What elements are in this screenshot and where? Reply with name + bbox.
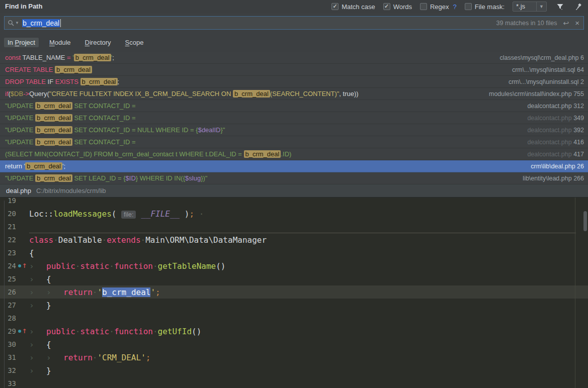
result-row[interactable]: CREATE TABLE b_crm_dealcrm\...\mysql\ins… <box>0 64 588 76</box>
result-snippet: if($DB->Query("CREATE FULLTEXT INDEX IX_… <box>5 90 483 98</box>
line-number: 20 <box>0 210 16 218</box>
result-row[interactable]: "UPDATE b_crm_deal SET CONTACT_ID =dealc… <box>0 100 588 112</box>
code-line[interactable]: 21 <box>0 220 588 233</box>
code-line[interactable]: 32›} <box>0 364 588 377</box>
code-editor[interactable]: 1920Loc::loadMessages( file: __FILE__ );… <box>0 198 588 388</box>
find-in-path-dialog: Find in Path ✓ Match case ✓ Words ✓ Rege… <box>0 0 588 388</box>
line-number: 22 <box>0 236 16 244</box>
code-line[interactable]: 23{ <box>0 246 588 259</box>
search-history-caret[interactable]: ▼ <box>15 21 19 25</box>
result-snippet: "UPDATE b_crm_deal SET CONTACT_ID = <box>5 114 521 122</box>
selected-match-text: b_crm_deal <box>102 287 150 297</box>
code-line[interactable]: 27›} <box>0 299 588 312</box>
line-number: 24 <box>0 262 16 270</box>
file-mask-value[interactable]: *.js <box>513 2 536 11</box>
checkbox-box[interactable]: ✓ <box>331 3 339 10</box>
editor-scrollbar[interactable] <box>583 211 587 231</box>
pin-icon <box>574 3 582 11</box>
code-line[interactable]: 25›{ <box>0 272 588 285</box>
pin-button[interactable] <box>573 2 583 12</box>
match-case-checkbox[interactable]: ✓ Match case <box>331 3 375 11</box>
tab-directory[interactable]: Directory <box>81 38 115 47</box>
result-snippet: "UPDATE b_crm_deal SET CONTACT_ID = <box>5 102 521 110</box>
code-line[interactable]: 29↑›public·static·function·getUfId() <box>0 325 588 338</box>
overrides-method-icon[interactable]: ↑ <box>16 325 29 338</box>
code-text: { <box>29 248 576 258</box>
result-location: dealcontact.php 416 <box>527 139 584 146</box>
words-checkbox[interactable]: ✓ Words <box>383 3 412 11</box>
result-location: dealcontact.php 312 <box>527 103 584 110</box>
search-input[interactable]: ▼ b_crm_deal 39 matches in 10 files ↩ × <box>4 16 584 30</box>
code-text: ›} <box>29 301 576 310</box>
filter-button[interactable] <box>555 2 565 12</box>
code-line[interactable]: 33 <box>0 377 588 388</box>
line-number: 31 <box>0 353 16 361</box>
code-line[interactable]: 28 <box>0 312 588 325</box>
result-location: dealcontact.php 392 <box>527 127 584 134</box>
code-line[interactable]: 30›{ <box>0 338 588 351</box>
result-location: dealcontact.php 417 <box>527 151 584 158</box>
line-number: 32 <box>0 366 16 374</box>
funnel-icon <box>556 3 564 11</box>
checkbox-label: Regex <box>430 3 449 11</box>
result-snippet: return 'b_crm_deal'; <box>5 162 525 170</box>
match-highlight: b_crm_deal <box>35 114 72 122</box>
clear-search-icon[interactable]: × <box>575 19 579 27</box>
preview-file-name: deal.php <box>6 187 31 195</box>
result-row[interactable]: "UPDATE b_crm_deal SET CONTACT_ID = NULL… <box>0 124 588 136</box>
result-row[interactable]: return 'b_crm_deal';crm\lib\deal.php 26 <box>0 160 588 172</box>
check-icon: ✓ <box>384 4 389 9</box>
match-highlight: b_crm_deal <box>74 54 111 61</box>
scope-tabs: In ProjectModuleDirectoryScope <box>4 37 147 48</box>
result-snippet: "UPDATE b_crm_deal SET LEAD_ID = {$ID} W… <box>5 174 517 182</box>
result-row[interactable]: (SELECT MIN(CONTACT_ID) FROM b_crm_deal_… <box>0 148 588 160</box>
result-location: classes\mysql\crm_deal.php 6 <box>500 54 584 61</box>
results-list: const TABLE_NAME = 'b_crm_deal';classes\… <box>0 52 588 184</box>
code-text: ›{ <box>29 340 576 349</box>
line-number: 21 <box>0 223 16 231</box>
code-line[interactable]: 31››return·'CRM_DEAL'; <box>0 351 588 364</box>
match-highlight: b_crm_deal <box>55 66 92 73</box>
tab-in-project[interactable]: In Project <box>4 38 39 47</box>
text-cursor <box>60 19 61 27</box>
result-location: crm\...\mysql\uninstall.sql 2 <box>509 78 584 85</box>
result-row[interactable]: "UPDATE b_crm_deal SET CONTACT_ID =dealc… <box>0 136 588 148</box>
tab-scope[interactable]: Scope <box>122 38 147 47</box>
result-row[interactable]: DROP TABLE IF EXISTS b_crm_deal;crm\...\… <box>0 76 588 88</box>
code-line[interactable]: 22class·DealTable·extends·Main\ORM\Data\… <box>0 233 588 246</box>
result-row[interactable]: const TABLE_NAME = 'b_crm_deal';classes\… <box>0 52 588 64</box>
result-location: crm\lib\deal.php 26 <box>531 163 584 170</box>
file-mask-checkbox[interactable]: ✓ File mask: <box>465 3 505 11</box>
search-query-text[interactable]: b_crm_deal <box>22 19 60 27</box>
checkbox-box[interactable]: ✓ <box>383 3 390 10</box>
checkbox-box[interactable]: ✓ <box>465 3 472 10</box>
code-line[interactable]: 24↑›public·static·function·getTableName(… <box>0 259 588 272</box>
code-text <box>29 220 576 233</box>
result-snippet: "UPDATE b_crm_deal SET CONTACT_ID = <box>5 138 521 146</box>
tab-module[interactable]: Module <box>46 38 74 47</box>
code-text: ››return·'b_crm_deal'; <box>29 287 576 297</box>
code-line[interactable]: 19 <box>0 198 588 207</box>
code-line[interactable]: 26››return·'b_crm_deal'; <box>0 285 588 299</box>
file-mask-combo[interactable]: *.js ▼ <box>513 2 547 12</box>
preview-header: deal.php C:/bitrix/modules/crm/lib <box>0 184 588 198</box>
match-highlight: b_crm_deal <box>233 90 270 98</box>
line-number: 26 <box>0 288 16 296</box>
editor-lines: 1920Loc::loadMessages( file: __FILE__ );… <box>0 198 588 388</box>
newline-icon[interactable]: ↩ <box>563 19 569 27</box>
code-line[interactable]: 20Loc::loadMessages( file: __FILE__ ); · <box>0 207 588 220</box>
result-snippet: CREATE TABLE b_crm_deal <box>5 66 506 73</box>
result-location: dealcontact.php 349 <box>527 115 584 122</box>
chevron-down-icon[interactable]: ▼ <box>536 2 546 11</box>
search-icon[interactable]: ▼ <box>8 20 19 27</box>
result-row[interactable]: "UPDATE b_crm_deal SET CONTACT_ID =dealc… <box>0 112 588 124</box>
code-text: ›} <box>29 366 576 375</box>
result-row[interactable]: if($DB->Query("CREATE FULLTEXT INDEX IX_… <box>0 88 588 100</box>
result-row[interactable]: "UPDATE b_crm_deal SET LEAD_ID = {$ID} W… <box>0 172 588 184</box>
line-number: 33 <box>0 379 16 387</box>
regex-help-link[interactable]: ? <box>453 3 457 11</box>
overrides-method-icon[interactable]: ↑ <box>16 259 29 272</box>
checkbox-box[interactable]: ✓ <box>420 3 427 10</box>
regex-checkbox[interactable]: ✓ Regex ? <box>420 3 457 11</box>
right-margin-guide <box>575 198 575 388</box>
